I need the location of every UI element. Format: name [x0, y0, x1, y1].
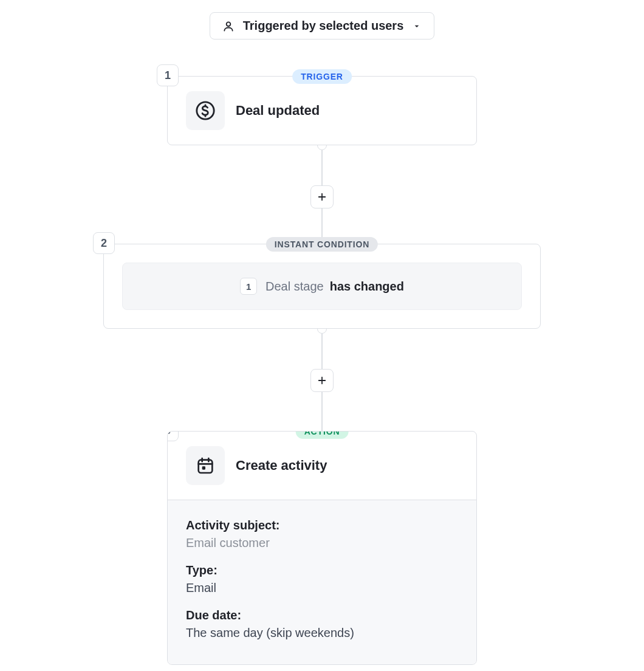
activity-due-label: Due date:	[186, 608, 458, 622]
deal-icon	[186, 91, 225, 130]
step-number-badge: 1	[157, 64, 179, 86]
add-step-button[interactable]	[310, 369, 334, 392]
trigger-title: Deal updated	[236, 103, 320, 119]
trigger-users-label: Triggered by selected users	[243, 19, 404, 33]
action-card[interactable]: 3 ACTION Create activity Activity subjec…	[167, 431, 477, 665]
condition-card[interactable]: 2 INSTANT CONDITION 1 Deal stage has cha…	[103, 244, 541, 329]
step-number-badge: 2	[93, 232, 115, 254]
add-step-button[interactable]	[310, 185, 334, 208]
condition-field: Deal stage	[265, 280, 324, 294]
activity-type-value: Email	[186, 581, 458, 595]
activity-subject-label: Activity subject:	[186, 518, 458, 532]
svg-point-0	[226, 22, 230, 26]
svg-rect-12	[202, 466, 205, 469]
activity-subject-value: Email customer	[186, 536, 458, 550]
action-pill: ACTION	[296, 431, 349, 439]
activity-type-label: Type:	[186, 563, 458, 577]
condition-rule[interactable]: 1 Deal stage has changed	[122, 263, 522, 310]
action-details: Activity subject: Email customer Type: E…	[168, 500, 476, 664]
condition-pill: INSTANT CONDITION	[266, 237, 378, 252]
connector	[310, 145, 334, 244]
trigger-users-dropdown[interactable]: Triggered by selected users	[210, 12, 435, 40]
action-title: Create activity	[236, 458, 327, 473]
calendar-icon	[186, 446, 225, 485]
chevron-down-icon	[412, 21, 422, 31]
condition-rule-number: 1	[240, 278, 257, 295]
condition-operator: has changed	[330, 280, 404, 294]
trigger-card[interactable]: 1 TRIGGER Deal updated	[167, 76, 477, 145]
activity-due-value: The same day (skip weekends)	[186, 626, 458, 640]
step-number-badge: 3	[167, 431, 179, 441]
trigger-pill: TRIGGER	[292, 69, 352, 84]
user-icon	[222, 20, 235, 32]
connector	[310, 329, 334, 431]
svg-rect-8	[199, 460, 213, 473]
